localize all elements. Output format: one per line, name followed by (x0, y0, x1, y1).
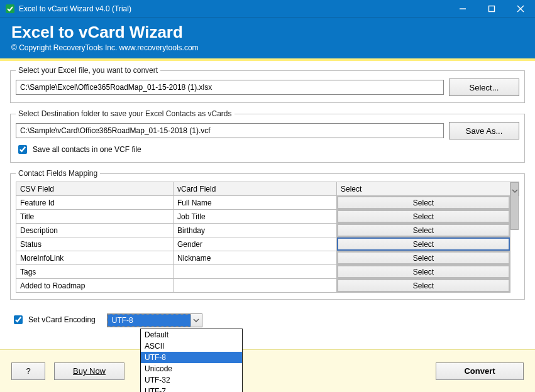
app-icon (4, 3, 16, 15)
single-vcf-checkbox[interactable] (18, 145, 27, 154)
encoding-option[interactable]: Default (141, 329, 242, 340)
encoding-checkbox[interactable] (14, 315, 23, 324)
cell-select: Select (337, 237, 510, 251)
encoding-dropdown[interactable]: DefaultASCIIUTF-8UnicodeUTF-32UTF-7 (140, 329, 243, 392)
table-row: Added to RoadmapSelect (16, 279, 519, 293)
mapping-group: Contact Fields Mapping CSV Field vCard F… (10, 169, 525, 300)
select-mapping-button[interactable]: Select (337, 224, 510, 237)
cell-vcard (174, 279, 337, 293)
cell-csv: Feature Id (16, 196, 174, 210)
table-scrollbar[interactable] (510, 182, 519, 196)
table-row: StatusGenderSelect (16, 237, 519, 251)
main-content: Select your Excel file, you want to conv… (0, 61, 535, 300)
encoding-option[interactable]: Unicode (141, 363, 242, 374)
source-path-input[interactable] (16, 80, 444, 95)
app-banner: Excel to vCard Wizard © Copyright Recove… (0, 18, 535, 58)
cell-select: Select (337, 210, 510, 224)
banner-heading: Excel to vCard Wizard (11, 23, 524, 42)
cell-csv: Added to Roadmap (16, 279, 174, 293)
cell-csv: Status (16, 237, 174, 251)
help-button[interactable]: ? (11, 362, 45, 380)
cell-vcard: Full Name (174, 196, 337, 210)
cell-select: Select (337, 279, 510, 293)
select-mapping-button[interactable]: Select (337, 237, 510, 251)
mapping-legend: Contact Fields Mapping (16, 169, 100, 178)
col-select: Select (337, 182, 510, 196)
combobox-caret[interactable] (190, 314, 202, 327)
select-mapping-button[interactable]: Select (337, 251, 510, 264)
chevron-down-icon (512, 188, 518, 194)
encoding-option[interactable]: ASCII (141, 340, 242, 352)
cell-csv: Tags (16, 265, 174, 279)
cell-select: Select (337, 251, 510, 265)
encoding-option[interactable]: UTF-8 (141, 352, 242, 363)
minimize-icon (459, 5, 466, 13)
cell-csv: Description (16, 224, 174, 237)
chevron-down-icon (193, 317, 199, 324)
cell-vcard: Gender (174, 237, 337, 251)
cell-vcard: Birthday (174, 224, 337, 237)
maximize-icon (488, 5, 495, 13)
maximize-button[interactable] (477, 0, 506, 18)
cell-csv: MoreInfoLink (16, 251, 174, 265)
convert-button[interactable]: Convert (436, 362, 524, 380)
banner-copyright: © Copyright RecoveryTools Inc. www.recov… (11, 43, 524, 52)
destination-path-input[interactable] (16, 123, 444, 138)
table-row: DescriptionBirthdaySelect (16, 224, 519, 237)
window-controls (448, 0, 535, 18)
cell-select: Select (337, 265, 510, 279)
cell-vcard: Job Title (174, 210, 337, 224)
col-csv: CSV Field (16, 182, 174, 196)
close-button[interactable] (506, 0, 535, 18)
window-titlebar: Excel to vCard Wizard v4.0 (Trial) (0, 0, 535, 18)
cell-vcard: Nickname (174, 251, 337, 265)
svg-rect-0 (6, 4, 14, 13)
buy-now-button[interactable]: Buy Now (54, 362, 124, 380)
table-row: Feature IdFull NameSelect (16, 196, 519, 210)
select-mapping-button[interactable]: Select (337, 279, 510, 292)
single-vcf-label: Save all contacts in one VCF file (33, 145, 141, 154)
mapping-table: CSV Field vCard Field Select Feature IdF… (16, 182, 519, 293)
encoding-combobox[interactable]: UTF-8 (107, 313, 202, 327)
select-mapping-button[interactable]: Select (337, 196, 510, 209)
select-mapping-button[interactable]: Select (337, 265, 510, 278)
window-title: Excel to vCard Wizard v4.0 (Trial) (19, 4, 448, 13)
cell-select: Select (337, 224, 510, 237)
source-group: Select your Excel file, you want to conv… (10, 66, 525, 103)
encoding-label: Set vCard Encoding (28, 315, 96, 324)
table-row: TagsSelect (16, 265, 519, 279)
table-row: MoreInfoLinkNicknameSelect (16, 251, 519, 265)
select-mapping-button[interactable]: Select (337, 210, 510, 223)
source-legend: Select your Excel file, you want to conv… (16, 66, 160, 75)
svg-rect-2 (489, 6, 495, 11)
table-row: TitleJob TitleSelect (16, 210, 519, 224)
encoding-area: Set vCard Encoding UTF-8 DefaultASCIIUTF… (0, 306, 535, 327)
footer-bar: ? Buy Now Convert (0, 349, 535, 392)
cell-vcard (174, 265, 337, 279)
encoding-option[interactable]: UTF-32 (141, 374, 242, 386)
cell-select: Select (337, 196, 510, 210)
encoding-option[interactable]: UTF-7 (141, 386, 242, 392)
table-header-row: CSV Field vCard Field Select (16, 182, 519, 196)
cell-csv: Title (16, 210, 174, 224)
select-file-button[interactable]: Select... (449, 79, 519, 96)
minimize-button[interactable] (448, 0, 477, 18)
destination-group: Select Destination folder to save your E… (10, 109, 525, 163)
destination-legend: Select Destination folder to save your E… (16, 109, 234, 118)
col-vcard: vCard Field (174, 182, 337, 196)
save-as-button[interactable]: Save As... (449, 122, 519, 139)
encoding-selected-value: UTF-8 (108, 314, 190, 327)
close-icon (517, 5, 524, 13)
